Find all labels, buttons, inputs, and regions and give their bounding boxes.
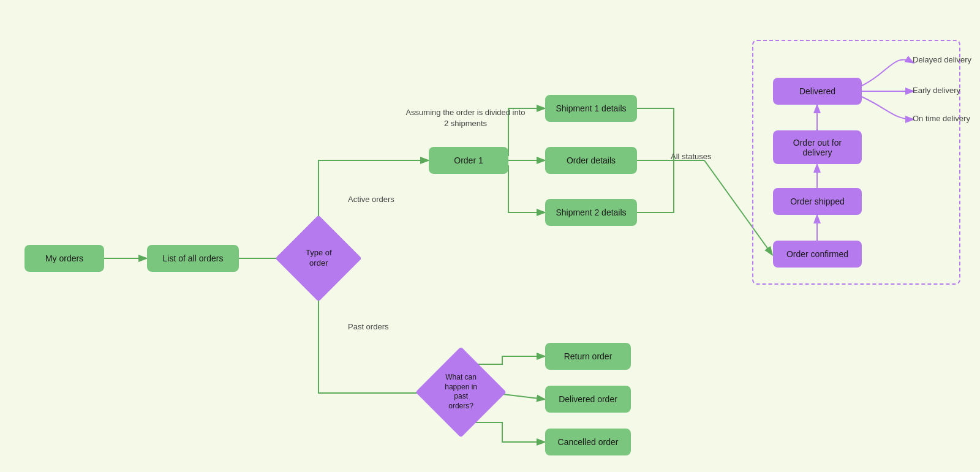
shipment1-node: Shipment 1 details xyxy=(545,95,637,122)
assuming-label: Assuming the order is divided into 2 shi… xyxy=(404,107,527,129)
order-details-node: Order details xyxy=(545,147,637,174)
past-orders-label: Past orders xyxy=(348,322,388,331)
return-order-node: Return order xyxy=(545,343,631,370)
order-out-delivery-node: Order out for delivery xyxy=(773,130,862,164)
what-happen-diamond: What can happen in past orders? xyxy=(415,347,506,437)
order-1-node: Order 1 xyxy=(429,147,508,174)
early-delivery-label: Early delivery xyxy=(913,86,960,95)
delivered-node: Delivered xyxy=(773,78,862,105)
shipment2-node: Shipment 2 details xyxy=(545,199,637,226)
order-confirmed-node: Order confirmed xyxy=(773,241,862,268)
my-orders-node: My orders xyxy=(24,245,104,272)
cancelled-order-node: Cancelled order xyxy=(545,429,631,455)
delayed-delivery-label: Delayed delivery xyxy=(913,55,971,64)
what-happen-label: What can happen in past orders? xyxy=(445,373,477,411)
type-of-order-diamond: Type of order xyxy=(275,215,361,301)
order-shipped-node: Order shipped xyxy=(773,188,862,215)
on-time-delivery-label: On time delivery xyxy=(913,114,970,123)
list-all-orders-node: List of all orders xyxy=(147,245,239,272)
type-of-order-label: Type of order xyxy=(306,248,332,269)
active-orders-label: Active orders xyxy=(348,195,394,204)
flowchart-canvas: My orders List of all orders Type of ord… xyxy=(0,0,980,472)
all-statuses-label: All statuses xyxy=(671,152,711,161)
delivered-order-node: Delivered order xyxy=(545,386,631,413)
